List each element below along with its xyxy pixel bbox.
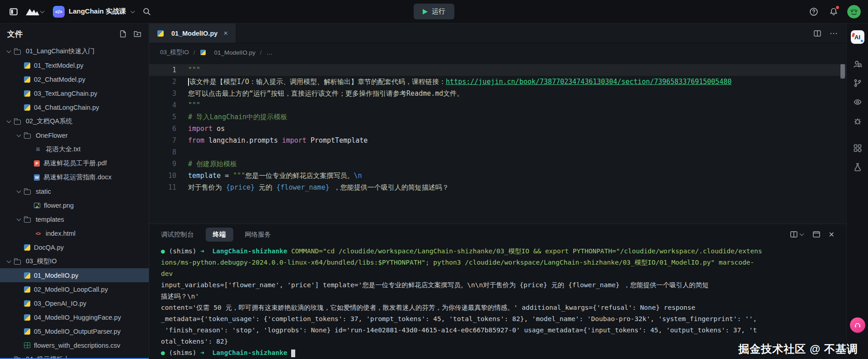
code-line[interactable]: 11对于售价为 {price} 元的 {flower_name} ，您能提供一个… [149, 182, 846, 193]
code-line[interactable]: 3您可以点击最上方的“运行”按钮，直接运行该文件；更多操作指引请参考Readme… [149, 88, 846, 99]
run-button[interactable]: 运行 [414, 4, 454, 19]
user-search-icon[interactable] [849, 55, 867, 73]
panel-tab[interactable]: 调试控制台 [161, 230, 194, 239]
preview-eye-icon[interactable] [849, 93, 867, 111]
tree-folder-item[interactable]: 02_文档QA系统 [0, 114, 149, 128]
chevron-down-icon [17, 216, 21, 221]
folder-icon [14, 50, 21, 55]
terminal-line: content='仅需 50 元，即可拥有这束娇艳欲滴的玫瑰，它如爱情的使者，散… [161, 302, 846, 313]
git-branch-icon[interactable] [849, 74, 867, 92]
chevron-down-icon [130, 9, 135, 13]
line-number: 1 [149, 64, 176, 76]
code-editor[interactable]: 1"""2该文件是【模型I/O：输入提示、调用模型、解析输出】章节的配套代码，课… [149, 61, 846, 224]
code-line[interactable]: 2该文件是【模型I/O：输入提示、调用模型、解析输出】章节的配套代码，课程链接：… [149, 76, 846, 88]
maximize-panel-icon[interactable] [812, 230, 821, 238]
notifications-bell-icon[interactable] [827, 5, 840, 18]
ai-assistant-button[interactable]: AI [849, 28, 867, 46]
line-number: 3 [149, 88, 176, 99]
tree-item-label: 01_LangChain快速入门 [26, 47, 94, 56]
code-token: """ [233, 172, 245, 180]
tree-file-item[interactable]: 05_ModelIO_OutputParser.py [0, 324, 149, 338]
code-text: from langchain.prompts import PromptTemp… [176, 135, 368, 146]
chevron-down-icon [7, 48, 11, 53]
editor-tab[interactable]: 01_ModelIO.py × [149, 23, 236, 43]
panel-tab[interactable]: 网络服务 [245, 230, 271, 239]
py-icon [24, 62, 30, 69]
docx-icon [34, 174, 40, 181]
tree-file-item[interactable]: 易速鲜花员工手册.pdf [0, 156, 149, 170]
more-actions-icon[interactable]: ⋯ [830, 28, 838, 38]
ai-label: AI [854, 34, 860, 41]
code-line[interactable]: 1""" [149, 64, 846, 76]
project-switcher[interactable]: </> LangChain 实战课 [53, 6, 135, 18]
tree-file-item[interactable]: flower.png [0, 198, 149, 212]
split-terminal-icon[interactable] [790, 230, 804, 238]
tree-file-item[interactable]: 01_ModelIO.py [0, 268, 149, 282]
txt-icon [34, 146, 42, 153]
code-token: PromptTemplate [307, 136, 368, 145]
tree-file-item[interactable]: 04_ModelIO_HuggingFace.py [0, 310, 149, 324]
tree-folder-item[interactable]: static [0, 184, 149, 198]
code-token: langchain.prompts [204, 136, 282, 145]
tree-file-item[interactable]: 易速鲜花运营指南.docx [0, 170, 149, 184]
code-line[interactable]: 4""" [149, 99, 846, 111]
tree-item-label: 02_ChatModel.py [34, 76, 85, 83]
tree-file-item[interactable]: 花语大全.txt [0, 142, 149, 156]
user-avatar[interactable] [847, 5, 861, 19]
tree-file-item[interactable]: index.html [0, 226, 149, 240]
tree-item-label: templates [36, 216, 64, 223]
panel-tab[interactable]: 终端 [206, 228, 233, 242]
course-link[interactable]: https://juejin.cn/book/73877023474361303… [446, 78, 731, 86]
tree-file-item[interactable]: 03_TextLangChain.py [0, 86, 149, 100]
support-chat-button[interactable] [850, 317, 865, 333]
code-line[interactable]: 8 [149, 146, 846, 158]
tree-item-label: flower.png [44, 202, 74, 209]
code-line[interactable]: 5# 导入LangChain中的提示模板 [149, 111, 846, 123]
new-folder-icon[interactable] [133, 30, 142, 38]
explorer-header: 文件 [0, 23, 149, 44]
tree-file-item[interactable]: 02_ChatModel.py [0, 72, 149, 86]
top-bar: </> LangChain 实战课 运行 [0, 0, 868, 23]
code-line[interactable]: 9# 创建原始模板 [149, 158, 846, 170]
new-file-icon[interactable] [119, 30, 127, 38]
extensions-icon[interactable] [849, 139, 867, 157]
tree-folder-item[interactable]: 01_LangChain快速入门 [0, 44, 149, 58]
tree-folder-item[interactable]: templates [0, 212, 149, 226]
tree-item-label: 02_文档QA系统 [26, 117, 72, 126]
code-text: 该文件是【模型I/O：输入提示、调用模型、解析输出】章节的配套代码，课程链接：h… [176, 76, 731, 88]
close-icon[interactable]: × [223, 29, 228, 38]
tree-item-label: 04_ModelIO_HuggingFace.py [34, 314, 121, 321]
split-editor-icon[interactable] [813, 29, 821, 37]
scrollbar-thumb[interactable] [840, 64, 845, 79]
tree-file-item[interactable]: flowers_with_descriptions.csv [0, 338, 149, 352]
code-line[interactable]: 10template = """您是一位专业的鲜花店文案撰写员。\n [149, 170, 846, 182]
terminal-token: content='仅需 50 元，即可拥有这束娇艳欲滴的玫瑰，它如爱情的使者，散… [161, 304, 695, 311]
notification-dot [836, 6, 839, 9]
debug-bug-icon[interactable] [849, 112, 867, 130]
app-logo-icon[interactable] [25, 7, 45, 16]
tree-file-item[interactable]: 04_ChatLongChain.py [0, 100, 149, 114]
sidebar-toggle-icon[interactable] [7, 5, 20, 18]
tree-file-item[interactable]: 02_ModelIO_LoopCall.py [0, 282, 149, 296]
help-icon[interactable] [807, 5, 820, 18]
breadcrumb-more[interactable]: … [266, 49, 273, 56]
tree-file-item[interactable]: DocQA.py [0, 240, 149, 254]
terminal-line: dev [161, 268, 846, 280]
code-token: # 导入LangChain中的提示模板 [188, 113, 287, 121]
tree-item-label: OneFlower [36, 132, 68, 139]
breadcrumb-file[interactable]: 01_ModelIO.py [214, 49, 256, 56]
search-icon[interactable] [141, 5, 153, 18]
code-token: 该文件是【模型I/O：输入提示、调用模型、解析输出】章节的配套代码，课程链接： [189, 78, 446, 86]
test-flask-icon[interactable] [849, 158, 867, 176]
tree-folder-item[interactable]: 03_模型IO [0, 254, 149, 268]
breadcrumb-folder[interactable]: 03_模型IO [160, 48, 189, 56]
ide-window: </> LangChain 实战课 运行 [0, 0, 868, 359]
tree-folder-item[interactable]: OneFlower [0, 128, 149, 142]
code-line[interactable]: 7from langchain.prompts import PromptTem… [149, 135, 846, 146]
close-panel-icon[interactable]: ✕ [829, 230, 835, 239]
terminal-token: ● [161, 247, 165, 255]
terminal-line: 'finish_reason': 'stop', 'logprobs': Non… [161, 325, 846, 336]
code-line[interactable]: 6import os [149, 123, 846, 135]
tree-file-item[interactable]: 01_TextModel.py [0, 58, 149, 72]
tree-file-item[interactable]: 03_OpenAI_IO.py [0, 296, 149, 310]
